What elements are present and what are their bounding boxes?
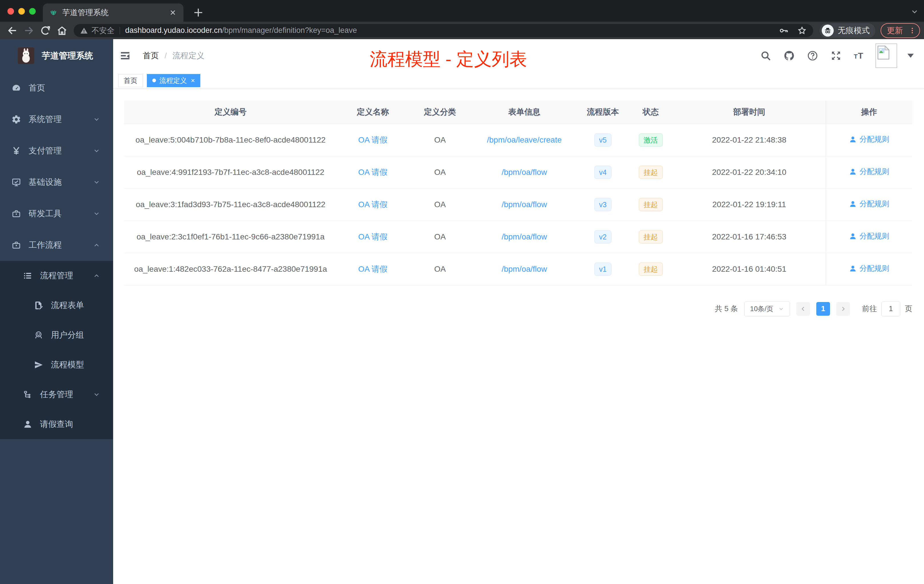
browser-tab[interactable]: 芋道管理系统 — [43, 3, 183, 22]
definition-name-link[interactable]: OA 请假 — [358, 232, 388, 241]
help-icon[interactable] — [807, 50, 818, 61]
annotation-title: 流程模型 - 定义列表 — [370, 47, 527, 71]
tag-首页[interactable]: 首页 — [118, 74, 143, 87]
forward-icon[interactable] — [23, 25, 35, 36]
table-row: oa_leave:1:482ec033-762a-11ec-8477-a2380… — [124, 253, 912, 285]
definition-name-link[interactable]: OA 请假 — [358, 200, 388, 209]
sidebar-item-工作流程[interactable]: 工作流程 — [0, 229, 113, 261]
assign-rule-link[interactable]: 分配规则 — [849, 264, 889, 274]
close-window-button[interactable] — [7, 8, 14, 15]
sidebar-item-用户分组[interactable]: 用户分组 — [0, 320, 113, 350]
sidebar-item-label: 流程表单 — [51, 300, 84, 311]
sidebar-item-label: 支付管理 — [28, 145, 62, 157]
bookmark-star-icon[interactable] — [797, 26, 807, 35]
assign-rule-link[interactable]: 分配规则 — [849, 199, 889, 209]
sidebar-item-任务管理[interactable]: 任务管理 — [0, 380, 113, 409]
cell-category: OA — [409, 124, 472, 156]
table-header-row: 定义编号定义名称定义分类表单信息流程版本状态部署时间操作 — [124, 101, 912, 124]
current-page-button[interactable]: 1 — [816, 302, 830, 316]
incognito-icon — [822, 25, 834, 36]
workflow-icon — [12, 240, 21, 250]
form-info-link[interactable]: /bpm/oa/leave/create — [487, 135, 562, 144]
pagination: 共 5 条 10条/页 1 前往 1 页 — [124, 302, 912, 316]
dashboard-icon — [12, 83, 21, 93]
url-divider — [120, 27, 120, 34]
page-size-select[interactable]: 10条/页 — [744, 302, 790, 316]
sidebar-item-label: 工作流程 — [28, 239, 62, 251]
avatar-dropdown-caret-icon[interactable] — [908, 54, 914, 58]
font-size-icon[interactable]: TT — [854, 51, 863, 61]
status-badge: 激活 — [639, 134, 663, 147]
definition-name-link[interactable]: OA 请假 — [358, 168, 388, 177]
sidebar-item-支付管理[interactable]: 支付管理 — [0, 135, 113, 167]
reload-icon[interactable] — [40, 25, 51, 36]
url-bar[interactable]: 不安全 dashboard.yudao.iocoder.cn /bpm/mana… — [74, 24, 813, 37]
form-info-link[interactable]: /bpm/oa/flow — [502, 200, 547, 209]
update-label: 更新 — [887, 25, 903, 36]
back-icon[interactable] — [7, 25, 18, 36]
definition-name-link[interactable]: OA 请假 — [358, 135, 388, 144]
tab-close-icon[interactable] — [168, 8, 177, 17]
chrome-menu-icon[interactable] — [909, 27, 916, 34]
tab-search-chevron-icon[interactable] — [910, 7, 919, 16]
form-info-link[interactable]: /bpm/oa/flow — [502, 232, 547, 241]
sidebar-item-基础设施[interactable]: 基础设施 — [0, 167, 113, 198]
sidebar-logo[interactable]: 芋道管理系统 — [0, 39, 113, 72]
goto-page-input[interactable]: 1 — [881, 302, 900, 316]
tag-label: 首页 — [124, 76, 137, 85]
assign-rule-link[interactable]: 分配规则 — [849, 167, 889, 177]
table-row: oa_leave:4:991f2193-7b7f-11ec-a3c8-acde4… — [124, 156, 912, 188]
sidebar-collapse-icon[interactable] — [119, 50, 131, 61]
cell-deploy-time: 2022-01-22 19:19:11 — [673, 188, 826, 221]
sidebar-item-流程表单[interactable]: 流程表单 — [0, 290, 113, 320]
chrome-update-button[interactable]: 更新 — [881, 23, 920, 38]
sidebar-item-研发工具[interactable]: 研发工具 — [0, 198, 113, 229]
definition-name-link[interactable]: OA 请假 — [358, 265, 388, 274]
fullscreen-icon[interactable] — [830, 50, 842, 61]
version-badge: v5 — [594, 134, 611, 147]
assign-rule-link[interactable]: 分配规则 — [849, 231, 889, 241]
next-page-button[interactable] — [836, 302, 850, 316]
user-avatar[interactable] — [875, 43, 897, 68]
paper-plane-icon — [34, 360, 43, 370]
favicon-leaf-icon — [49, 8, 58, 17]
column-header: 定义名称 — [337, 101, 409, 124]
sidebar-item-label: 系统管理 — [28, 114, 62, 125]
page-content: 定义编号定义名称定义分类表单信息流程版本状态部署时间操作 oa_leave:5:… — [113, 89, 924, 584]
github-icon[interactable] — [784, 50, 795, 61]
tag-流程定义[interactable]: 流程定义× — [147, 74, 200, 87]
prev-page-button[interactable] — [796, 302, 810, 316]
sidebar-item-首页[interactable]: 首页 — [0, 72, 113, 104]
version-badge: v2 — [594, 230, 611, 243]
tab-strip: 芋道管理系统 — [0, 0, 924, 22]
version-badge: v4 — [594, 166, 611, 179]
chevron-up-icon — [93, 242, 100, 249]
assign-rule-link[interactable]: 分配规则 — [849, 134, 889, 144]
form-info-link[interactable]: /bpm/oa/flow — [502, 168, 547, 177]
key-icon[interactable] — [779, 26, 789, 35]
search-icon[interactable] — [760, 50, 771, 61]
url-domain[interactable]: dashboard.yudao.iocoder.cn — [125, 26, 222, 35]
minimize-window-button[interactable] — [18, 8, 25, 15]
cell-category: OA — [409, 156, 472, 188]
sidebar-item-流程模型[interactable]: 流程模型 — [0, 350, 113, 380]
form-info-link[interactable]: /bpm/oa/flow — [502, 265, 547, 274]
sidebar-item-label: 用户分组 — [51, 330, 84, 341]
url-path[interactable]: /bpm/manager/definition?key=oa_leave — [222, 26, 357, 35]
goto-suffix: 页 — [905, 304, 912, 314]
security-label[interactable]: 不安全 — [91, 25, 115, 36]
zoom-window-button[interactable] — [29, 8, 36, 15]
status-badge: 挂起 — [639, 262, 663, 276]
chevron-down-icon — [93, 179, 100, 186]
home-icon[interactable] — [56, 25, 68, 36]
chevron-down-icon — [93, 116, 100, 123]
version-badge: v3 — [594, 198, 611, 211]
breadcrumb-home[interactable]: 首页 — [143, 50, 159, 61]
sidebar-item-流程管理[interactable]: 流程管理 — [0, 261, 113, 290]
traffic-lights — [7, 8, 36, 15]
sidebar-item-请假查询[interactable]: 请假查询 — [0, 409, 113, 439]
cell-category: OA — [409, 188, 472, 221]
tag-close-icon[interactable]: × — [191, 77, 195, 84]
sidebar-item-系统管理[interactable]: 系统管理 — [0, 104, 113, 135]
new-tab-button[interactable] — [192, 6, 205, 19]
